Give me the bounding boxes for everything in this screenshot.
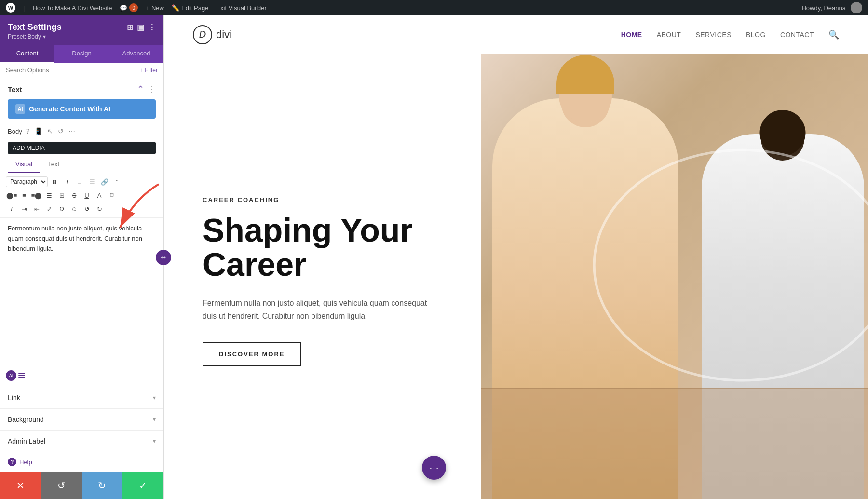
- outdent-button[interactable]: ⇤: [31, 203, 42, 215]
- admin-bar: W | How To Make A Divi Website 💬 0 + New…: [0, 0, 868, 15]
- edit-page-link[interactable]: ✏️ Edit Page: [172, 4, 208, 12]
- filter-plus-icon: +: [139, 67, 143, 74]
- copy-button[interactable]: ⧉: [106, 189, 118, 201]
- nav-about[interactable]: ABOUT: [657, 31, 681, 39]
- fullscreen-button[interactable]: ⤢: [43, 203, 55, 215]
- link-section: Link ▾: [0, 387, 163, 408]
- editor-tabs: Visual Text: [0, 157, 163, 173]
- hero-description: Fermentum nulla non justo aliquet, quis …: [203, 297, 434, 323]
- body-label: Body: [8, 128, 22, 135]
- align-center-button[interactable]: ≡: [18, 189, 30, 201]
- cancel-button[interactable]: ✕: [0, 472, 41, 499]
- link-section-header[interactable]: Link ▾: [0, 387, 163, 408]
- background-label: Background: [8, 416, 44, 423]
- indent-button[interactable]: ⇥: [18, 203, 30, 215]
- editor-tab-visual[interactable]: Visual: [8, 157, 40, 173]
- nav-contact[interactable]: CONTACT: [780, 31, 814, 39]
- link-chevron-icon: ▾: [153, 394, 156, 401]
- more-icon[interactable]: ⋮: [148, 23, 156, 32]
- bold-button[interactable]: B: [49, 176, 60, 188]
- blockquote-button[interactable]: ": [111, 176, 123, 188]
- nav-blog[interactable]: BLOG: [746, 31, 766, 39]
- overflow-icon[interactable]: ⋯: [68, 126, 76, 136]
- drag-handle[interactable]: ↔: [156, 250, 171, 265]
- user-avatar[interactable]: [851, 2, 862, 13]
- align-right-button[interactable]: ≡⬤: [31, 189, 42, 201]
- refresh-icon[interactable]: ↺: [57, 126, 65, 136]
- link-button[interactable]: 🔗: [99, 176, 110, 188]
- hero-background-image: [481, 54, 868, 499]
- main-content: D divi HOME ABOUT SERVICES BLOG CONTACT …: [164, 15, 868, 499]
- redo-button[interactable]: ↻: [82, 472, 123, 499]
- hero-tag: CAREER COACHING: [203, 196, 442, 203]
- undo2-button[interactable]: ↺: [81, 203, 93, 215]
- text-section-toggle[interactable]: ⌃: [137, 84, 144, 94]
- ordered-list-button[interactable]: ☰: [86, 176, 98, 188]
- emoji-button[interactable]: ☺: [68, 203, 80, 215]
- background-section-header[interactable]: Background ▾: [0, 409, 163, 430]
- wp-logo-icon[interactable]: W: [6, 3, 15, 13]
- site-name-link[interactable]: How To Make A Divi Website: [32, 4, 112, 12]
- redo2-button[interactable]: ↻: [94, 203, 105, 215]
- undo-button[interactable]: ↺: [41, 472, 82, 499]
- paragraph-select[interactable]: Paragraph: [6, 176, 48, 187]
- tab-content[interactable]: Content: [0, 45, 54, 63]
- comment-count: 0: [129, 3, 138, 12]
- nav-links: HOME ABOUT SERVICES BLOG CONTACT 🔍: [621, 29, 839, 40]
- new-icon: +: [146, 4, 149, 12]
- logo-circle: D: [193, 25, 212, 44]
- admin-label-section-header[interactable]: Admin Label ▾: [0, 431, 163, 452]
- add-media-button[interactable]: ADD MEDIA: [8, 142, 156, 154]
- filter-button[interactable]: + Filter: [139, 67, 158, 74]
- new-link[interactable]: + New: [146, 4, 164, 12]
- background-section: Background ▾: [0, 408, 163, 430]
- expand-icon[interactable]: ⊞: [127, 23, 133, 32]
- layout-icon[interactable]: ▣: [137, 23, 144, 32]
- unordered-list-button[interactable]: ≡: [74, 176, 85, 188]
- editor-tab-text[interactable]: Text: [40, 157, 67, 173]
- table-button[interactable]: ⊞: [56, 189, 68, 201]
- exit-vb-link[interactable]: Exit Visual Builder: [216, 4, 267, 12]
- comments-link[interactable]: 💬 0: [120, 3, 138, 12]
- search-icon[interactable]: 🔍: [828, 29, 839, 40]
- help-circle-icon: ?: [8, 458, 16, 466]
- site-nav: D divi HOME ABOUT SERVICES BLOG CONTACT …: [164, 15, 868, 54]
- ai-indicator: AI: [6, 370, 25, 381]
- text-color-button[interactable]: A: [94, 189, 105, 201]
- text-editor: Fermentum nulla non justo aliquet, quis …: [0, 218, 163, 387]
- nav-services[interactable]: SERVICES: [695, 31, 732, 39]
- fab-button[interactable]: ⋯: [422, 456, 446, 480]
- search-input[interactable]: [6, 67, 136, 74]
- admin-label-chevron-icon: ▾: [153, 438, 156, 445]
- align-left-button[interactable]: ⬤≡: [6, 189, 17, 201]
- tab-design[interactable]: Design: [54, 45, 109, 63]
- site-name: How To Make A Divi Website: [32, 4, 112, 12]
- hero-section: CAREER COACHING Shaping Your Career Ferm…: [164, 54, 868, 499]
- svg-point-1: [594, 150, 868, 381]
- panel-header: Text Settings ⊞ ▣ ⋮ Preset: Body ▾: [0, 15, 163, 45]
- help-section[interactable]: ? Help: [0, 452, 163, 472]
- omega-button[interactable]: Ω: [56, 203, 68, 215]
- preset-label: Preset: Body ▾: [8, 33, 156, 40]
- cursor-icon[interactable]: ↖: [46, 126, 54, 136]
- italic-button[interactable]: I: [61, 176, 73, 188]
- tab-advanced[interactable]: Advanced: [109, 45, 163, 63]
- settings-panel: Text Settings ⊞ ▣ ⋮ Preset: Body ▾ Conte…: [0, 15, 164, 499]
- link-label: Link: [8, 394, 20, 402]
- site-logo: D divi: [193, 25, 232, 44]
- underline-button[interactable]: U: [81, 189, 93, 201]
- mobile-icon[interactable]: 📱: [33, 126, 43, 136]
- discover-more-button[interactable]: DISCOVER MORE: [203, 342, 301, 366]
- help-icon[interactable]: ?: [25, 126, 31, 136]
- italic2-button[interactable]: I: [6, 203, 17, 215]
- align-justify-button[interactable]: ☰: [43, 189, 55, 201]
- nav-home[interactable]: HOME: [621, 31, 642, 39]
- editor-body-text[interactable]: Fermentum nulla non justo aliquet, quis …: [8, 224, 156, 254]
- preset-chevron-icon: ▾: [43, 33, 46, 40]
- strikethrough-button[interactable]: S: [68, 189, 80, 201]
- text-section-more[interactable]: ⋮: [148, 85, 156, 94]
- generate-ai-button[interactable]: AI Generate Content With AI: [8, 99, 156, 119]
- ai-dot-icon[interactable]: AI: [6, 370, 16, 381]
- save-button[interactable]: ✓: [122, 472, 163, 499]
- hero-left: CAREER COACHING Shaping Your Career Ferm…: [164, 54, 481, 499]
